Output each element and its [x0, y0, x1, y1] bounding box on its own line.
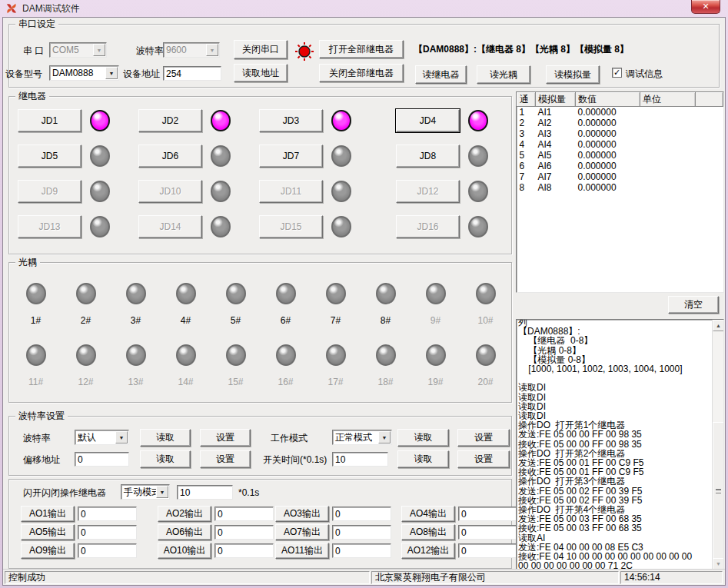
work-mode-set-button[interactable]: 设置	[457, 429, 510, 447]
scroll-up-icon[interactable]: ▲	[713, 320, 724, 331]
read-relays-button[interactable]: 读继电器	[415, 65, 467, 84]
analog-table-row[interactable]: 8AI80.000000	[517, 182, 723, 193]
analog-table-row[interactable]: 2AI20.000000	[517, 118, 723, 128]
relay-button-jd11[interactable]: JD11	[259, 180, 323, 203]
analog-table-row[interactable]: 5AI50.000000	[517, 150, 723, 161]
relay-button-jd2[interactable]: JD2	[138, 109, 202, 132]
baud-rate-select[interactable]: 9600 ▼	[163, 42, 220, 58]
open-all-relays-button[interactable]: 打开全部继电器	[319, 40, 404, 58]
device-model-select[interactable]: DAM0888 ▼	[49, 65, 119, 81]
offset-read-button[interactable]: 读取	[140, 450, 191, 468]
analog-table-cell: 0.000000	[576, 150, 640, 161]
ao-output-input-7[interactable]	[332, 525, 391, 540]
relay-button-jd14[interactable]: JD14	[138, 215, 202, 238]
relay-cell: JD7	[259, 144, 396, 168]
analog-table-header[interactable]: 单位	[640, 93, 696, 107]
ao-output-button-11[interactable]: AO11输出	[275, 543, 329, 559]
relay-button-jd16[interactable]: JD16	[396, 215, 460, 238]
close-serial-button[interactable]: 关闭串口	[234, 40, 288, 59]
relay-button-jd1[interactable]: JD1	[18, 109, 81, 132]
ao-output-button-1[interactable]: AO1输出	[21, 506, 75, 522]
ao-output-input-9[interactable]	[78, 543, 137, 558]
flash-time-input[interactable]	[177, 485, 233, 500]
baud-set-button[interactable]: 设置	[200, 429, 251, 447]
ao-output-input-6[interactable]	[214, 525, 274, 540]
analog-table-header[interactable]: 数值	[576, 93, 640, 107]
relay-button-jd5[interactable]: JD5	[18, 145, 81, 168]
ao-output-button-12[interactable]: AO12输出	[401, 543, 455, 559]
ao-output-input-10[interactable]	[214, 543, 274, 558]
opto-channel-label: 16#	[278, 377, 293, 387]
read-address-button[interactable]: 读取地址	[234, 64, 288, 82]
analog-table-row[interactable]: 6AI60.000000	[517, 161, 723, 171]
ao-output-button-2[interactable]: AO2输出	[158, 506, 211, 522]
work-mode-read-button[interactable]: 读取	[397, 429, 449, 447]
close-button[interactable]: ✕	[691, 0, 720, 14]
ao-output-button-3[interactable]: AO3输出	[275, 506, 329, 522]
scroll-down-icon[interactable]: ▼	[713, 558, 724, 570]
switch-time-input[interactable]	[332, 452, 388, 467]
chevron-down-icon: ▼	[206, 44, 218, 56]
offset-set-button[interactable]: 设置	[200, 450, 251, 468]
analog-table-row[interactable]: 7AI70.000000	[517, 171, 723, 182]
title-bar[interactable]: DAM调试软件 ✕	[0, 0, 728, 17]
work-mode-select[interactable]: 正常模式 ▼	[332, 430, 392, 445]
relay-button-jd9[interactable]: JD9	[18, 180, 81, 203]
relay-button-jd7[interactable]: JD7	[259, 145, 323, 168]
analog-table-cell: AI3	[536, 128, 576, 139]
analog-table-row[interactable]: 1AI10.000000	[517, 107, 723, 118]
ao-output-input-1[interactable]	[78, 507, 137, 521]
opto-channel-label: 3#	[131, 315, 141, 326]
analog-table-cell	[640, 171, 696, 182]
relay-led-on	[331, 110, 351, 131]
com-port-select[interactable]: COM5 ▼	[49, 42, 107, 58]
log-panel[interactable]: 列【DAM0888】: 【继电器 0-8】 【光耦 0-8】 【模拟量 0-8】…	[516, 319, 724, 570]
scrollbar-thumb[interactable]	[713, 422, 724, 560]
clear-log-button[interactable]: 清空	[668, 296, 719, 314]
analog-table-header[interactable]: 模拟量	[536, 93, 576, 107]
scrollbar-grip	[716, 489, 721, 493]
ao-output-input-5[interactable]	[78, 525, 137, 540]
read-analog-button[interactable]: 读模拟量	[546, 65, 600, 84]
ao-output-input-12[interactable]	[458, 543, 517, 558]
device-address-input[interactable]	[163, 66, 221, 81]
ao-output-input-2[interactable]	[214, 507, 274, 521]
relay-button-jd12[interactable]: JD12	[396, 180, 460, 203]
relay-button-jd3[interactable]: JD3	[259, 109, 323, 132]
relay-button-jd4[interactable]: JD4	[396, 109, 460, 132]
ao-output-button-7[interactable]: AO7输出	[275, 524, 329, 540]
flash-mode-select[interactable]: 手动模式 ▼	[121, 484, 170, 500]
ao-output-input-11[interactable]	[332, 543, 391, 558]
relay-button-jd10[interactable]: JD10	[138, 180, 202, 203]
debug-info-checkbox[interactable]: ✓	[612, 68, 622, 78]
analog-table-cell	[640, 182, 696, 193]
analog-table-header-row: 通模拟量数值单位	[517, 93, 723, 107]
relay-button-jd8[interactable]: JD8	[396, 145, 460, 168]
relay-button-jd13[interactable]: JD13	[18, 215, 81, 238]
ao-output-button-10[interactable]: AO10输出	[158, 543, 211, 559]
ao-output-button-5[interactable]: AO5输出	[21, 524, 75, 540]
switch-time-read-button[interactable]: 读取	[397, 450, 449, 468]
log-scrollbar[interactable]: ▲ ▼	[712, 320, 723, 570]
ao-output-input-3[interactable]	[332, 507, 391, 521]
ao-output-input-8[interactable]	[458, 525, 517, 540]
read-opto-button[interactable]: 读光耦	[477, 65, 530, 84]
ao-output-input-4[interactable]	[458, 507, 517, 521]
opto-channel: 15#	[211, 344, 261, 387]
relay-button-jd15[interactable]: JD15	[259, 215, 323, 238]
relay-button-jd6[interactable]: JD6	[138, 145, 202, 168]
close-all-relays-button[interactable]: 关闭全部继电器	[319, 64, 404, 82]
switch-time-set-button[interactable]: 设置	[457, 450, 510, 468]
ao-output-button-9[interactable]: AO9输出	[21, 543, 75, 559]
ao-output-button-4[interactable]: AO4输出	[401, 506, 455, 522]
baud-set-select[interactable]: 默认 ▼	[75, 430, 129, 445]
analog-table-header[interactable]	[696, 93, 723, 107]
status-company: 北京聚英翱翔电子有限公司	[371, 571, 619, 584]
analog-table-header[interactable]: 通	[517, 93, 536, 107]
analog-table-row[interactable]: 3AI30.000000	[517, 128, 723, 139]
analog-table-row[interactable]: 4AI40.000000	[517, 139, 723, 150]
offset-address-input[interactable]	[75, 452, 129, 467]
ao-output-button-8[interactable]: AO8输出	[401, 524, 455, 540]
baud-read-button[interactable]: 读取	[140, 429, 191, 447]
ao-output-button-6[interactable]: AO6输出	[158, 524, 211, 540]
